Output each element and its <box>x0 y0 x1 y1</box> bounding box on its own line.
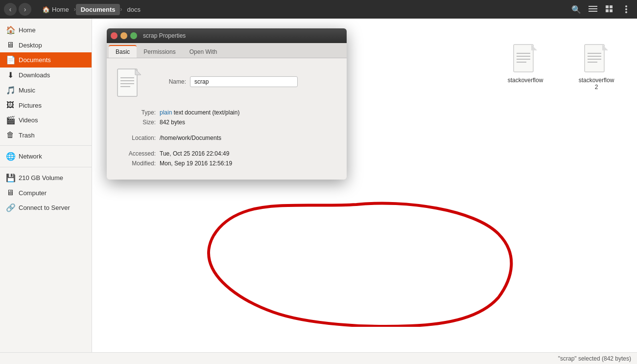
dialog-fields: Name: <box>152 76 337 91</box>
dialog-maximize-button[interactable] <box>130 32 137 39</box>
sidebar-documents-label: Documents <box>19 56 51 64</box>
svg-rect-2 <box>589 11 597 12</box>
sidebar-item-volume[interactable]: 💾 210 GB Volume <box>0 170 92 185</box>
location-label: Location: <box>117 135 156 141</box>
dialog-title: scrap Properties <box>143 32 186 39</box>
sidebar-pictures-label: Pictures <box>19 102 42 109</box>
modified-label: Modified: <box>117 160 156 167</box>
dialog-titlebar: scrap Properties <box>107 28 347 43</box>
volume-icon: 💾 <box>6 173 15 182</box>
back-button[interactable]: ‹ <box>4 3 17 16</box>
sidebar-divider-2 <box>0 167 92 167</box>
sidebar-item-connect[interactable]: 🔗 Connect to Server <box>0 200 92 215</box>
svg-rect-0 <box>589 6 597 7</box>
home-sidebar-icon: 🏠 <box>6 25 15 35</box>
sidebar: 🏠 Home 🖥 Desktop 📄 Documents ⬇ Downloads… <box>0 19 92 352</box>
size-value: 842 bytes <box>160 119 185 126</box>
pictures-icon: 🖼 <box>6 101 15 110</box>
location-value: /home/work/Documents <box>160 135 221 141</box>
sidebar-item-desktop[interactable]: 🖥 Desktop <box>0 38 92 52</box>
svg-marker-23 <box>135 69 141 75</box>
svg-rect-4 <box>610 5 613 8</box>
desktop-icon: 🖥 <box>6 41 15 49</box>
svg-point-8 <box>625 8 627 10</box>
network-icon: 🌐 <box>6 152 15 161</box>
breadcrumb-home-label: Home <box>52 6 69 13</box>
svg-point-9 <box>625 11 627 13</box>
accessed-value: Tue, Oct 25 2016 22:04:49 <box>160 150 229 157</box>
downloads-icon: ⬇ <box>6 70 15 80</box>
dialog-minimize-button[interactable] <box>120 32 127 39</box>
svg-rect-3 <box>606 5 609 8</box>
type-value: plain text document (text/plain) <box>160 109 239 116</box>
home-icon: 🏠 <box>42 6 50 13</box>
sidebar-desktop-label: Desktop <box>19 42 42 49</box>
breadcrumb-documents[interactable]: Documents <box>76 4 120 15</box>
forward-button[interactable]: › <box>19 3 31 16</box>
sidebar-computer-label: Computer <box>19 189 47 197</box>
accessed-label: Accessed: <box>117 150 156 157</box>
more-options-button[interactable] <box>619 2 633 16</box>
tab-permissions[interactable]: Permissions <box>137 45 182 58</box>
view-list-button[interactable] <box>586 2 600 16</box>
dialog-overlay: scrap Properties Basic Permissions Open … <box>92 19 637 352</box>
sidebar-item-downloads[interactable]: ⬇ Downloads <box>0 68 92 83</box>
accessed-row: Accessed: Tue, Oct 25 2016 22:04:49 <box>117 150 337 157</box>
breadcrumb-documents-label: Documents <box>81 6 116 13</box>
name-input[interactable] <box>190 76 298 87</box>
toolbar: ‹ › 🏠 Home › Documents › docs 🔍 <box>0 0 637 19</box>
sidebar-network-label: Network <box>19 153 42 160</box>
videos-icon: 🎬 <box>6 115 15 125</box>
view-grid-button[interactable] <box>603 2 616 16</box>
svg-rect-5 <box>606 9 609 12</box>
breadcrumb-docs[interactable]: docs <box>122 4 145 15</box>
properties-dialog: scrap Properties Basic Permissions Open … <box>107 28 347 180</box>
dialog-file-icon <box>117 68 142 99</box>
type-label: Type: <box>117 109 156 116</box>
svg-rect-1 <box>589 8 597 9</box>
toolbar-actions: 🔍 <box>569 2 633 16</box>
sidebar-music-label: Music <box>19 87 35 94</box>
name-label: Name: <box>152 78 186 85</box>
file-area[interactable]: stackoverflow stackoverflow2 <box>92 19 637 352</box>
breadcrumb-home[interactable]: 🏠 Home <box>37 4 74 15</box>
dialog-file-header: Name: <box>117 68 337 99</box>
sidebar-trash-label: Trash <box>19 132 35 139</box>
name-field-row: Name: <box>152 76 337 87</box>
sidebar-item-network[interactable]: 🌐 Network <box>0 149 92 164</box>
sidebar-home-label: Home <box>19 26 36 34</box>
sidebar-divider-1 <box>0 145 92 146</box>
status-bar: "scrap" selected (842 bytes) <box>0 352 637 364</box>
sidebar-item-documents[interactable]: 📄 Documents <box>0 52 92 68</box>
music-icon: 🎵 <box>6 86 15 95</box>
sidebar-item-home[interactable]: 🏠 Home <box>0 23 92 38</box>
sidebar-connect-label: Connect to Server <box>19 204 70 211</box>
dialog-close-button[interactable] <box>111 32 118 39</box>
connect-icon: 🔗 <box>6 203 15 212</box>
size-row: Size: 842 bytes <box>117 119 337 126</box>
documents-icon: 📄 <box>6 55 15 65</box>
status-text: "scrap" selected (842 bytes) <box>558 355 631 362</box>
main-area: 🏠 Home 🖥 Desktop 📄 Documents ⬇ Downloads… <box>0 19 637 352</box>
breadcrumb-docs-label: docs <box>127 6 140 13</box>
svg-rect-6 <box>610 9 613 12</box>
sidebar-item-computer[interactable]: 🖥 Computer <box>0 185 92 200</box>
sidebar-item-trash[interactable]: 🗑 Trash <box>0 128 92 142</box>
sidebar-item-music[interactable]: 🎵 Music <box>0 83 92 98</box>
type-rest: text document (text/plain) <box>172 109 239 116</box>
type-plain: plain <box>160 109 172 116</box>
modified-row: Modified: Mon, Sep 19 2016 12:56:19 <box>117 160 337 167</box>
computer-icon: 🖥 <box>6 188 15 197</box>
sidebar-downloads-label: Downloads <box>19 71 50 79</box>
type-row: Type: plain text document (text/plain) <box>117 109 337 116</box>
tab-open-with[interactable]: Open With <box>183 45 224 58</box>
sidebar-item-pictures[interactable]: 🖼 Pictures <box>0 98 92 113</box>
svg-rect-22 <box>118 69 137 96</box>
trash-icon: 🗑 <box>6 131 15 139</box>
dialog-content: Name: Type: plain text document (text/pl… <box>107 58 347 180</box>
sidebar-item-videos[interactable]: 🎬 Videos <box>0 113 92 128</box>
search-button[interactable]: 🔍 <box>569 2 583 16</box>
tab-basic[interactable]: Basic <box>109 45 137 58</box>
dialog-tabs: Basic Permissions Open With <box>107 43 347 58</box>
size-label: Size: <box>117 119 156 126</box>
